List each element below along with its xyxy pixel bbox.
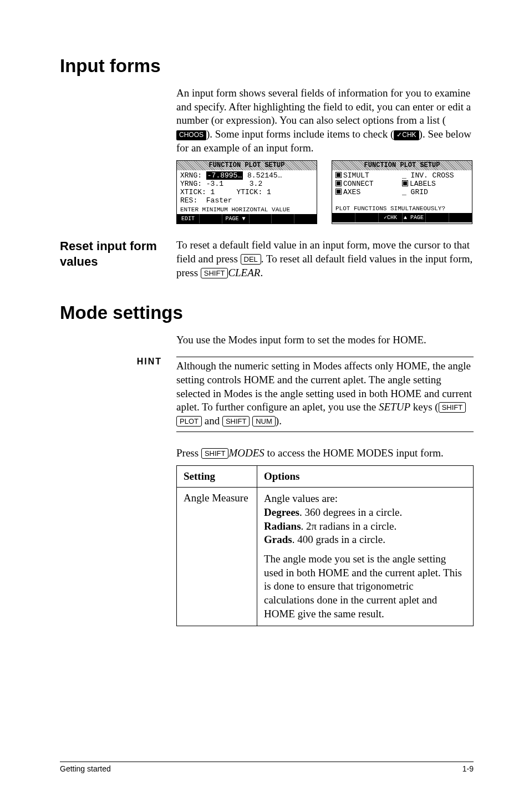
press-text: to access the HOME MODES input form.	[264, 447, 444, 459]
lcd2-prompt: PLOT FUNCTIONS SIMULTANEOUSLY?	[332, 205, 472, 213]
key-modes: MODES	[228, 447, 264, 459]
key-plot: PLOT	[176, 416, 202, 427]
options-table: Setting Options Angle Measure Angle valu…	[176, 465, 474, 626]
lcd2-invcross-check: _	[402, 171, 411, 180]
footer-section: Getting started	[60, 764, 111, 773]
lcd1-xrng-label: XRNG:	[180, 171, 206, 180]
lcd2-grid-check: _	[402, 188, 411, 196]
press-modes: Press SHIFTMODES to access the HOME MODE…	[176, 446, 474, 460]
lcd1-xrng-max: 8.52145…	[243, 171, 282, 180]
lcd2-axes-check	[335, 188, 343, 196]
lcd2-sk-page: ▲ PAGE	[403, 213, 426, 222]
lcd2-softkeys: ✓CHK ▲ PAGE	[332, 213, 472, 222]
lcd1-title: FUNCTION PLOT SETUP	[177, 161, 317, 170]
lcd1-res: RES: Faster	[180, 196, 313, 205]
key-del: DEL	[241, 254, 261, 265]
opt-degrees: Degrees	[264, 506, 299, 518]
lcd1-sk-blank	[294, 214, 317, 224]
lcd1-prompt: ENTER MINIMUM HORIZONTAL VALUE	[177, 206, 317, 214]
softkey-chk: ✓CHK	[394, 130, 419, 140]
lcd2-invcross: INV. CROSS	[411, 171, 454, 180]
td-options-angle: Angle values are: Degrees. 360 degrees i…	[257, 488, 474, 626]
key-shift: SHIFT	[201, 448, 229, 459]
opt-degrees-text: . 360 degrees in a circle.	[299, 506, 402, 518]
hint-box: Although the numeric setting in Modes af…	[176, 357, 474, 432]
hint-text: ).	[276, 415, 282, 427]
hint-label: HINT	[60, 357, 172, 367]
key-clear: CLEAR	[228, 267, 260, 278]
td-setting-angle: Angle Measure	[177, 488, 257, 626]
lcd2-sk-blank	[449, 213, 472, 222]
press-text: Press	[176, 447, 201, 459]
intro-paragraph: An input form shows several fields of in…	[176, 87, 474, 155]
heading-reset-input: Reset input form values	[60, 238, 172, 269]
lcd1-xrng-min: -7.8995…	[206, 171, 243, 180]
lcd2-title: FUNCTION PLOT SETUP	[332, 161, 472, 170]
heading-mode-settings: Mode settings	[60, 302, 474, 323]
lcd1-softkeys: EDIT PAGE ▼	[177, 214, 317, 224]
mode-intro: You use the Modes input form to set the …	[176, 333, 474, 347]
lcd-plot-setup-page1: FUNCTION PLOT SETUP XRNG: -7.8995… 8.521…	[176, 160, 317, 224]
lcd1-sk-edit: EDIT	[177, 214, 200, 224]
lcd1-yrng: YRNG: -3.1 3.2	[180, 180, 313, 188]
key-shift: SHIFT	[439, 402, 466, 413]
lcd-plot-setup-page2: FUNCTION PLOT SETUP SIMULT CONNECT AXES …	[332, 160, 472, 224]
lcd1-sk-blank	[272, 214, 294, 224]
reset-text: .	[260, 267, 263, 278]
key-num: NUM	[252, 416, 276, 427]
key-shift: SHIFT	[201, 268, 228, 278]
softkey-choos: CHOOS	[176, 130, 206, 140]
lcd2-grid: GRID	[411, 188, 428, 196]
lcd1-ticks: XTICK: 1 YTICK: 1	[180, 188, 313, 196]
opt-grads: Grads	[264, 534, 292, 545]
hint-and: and	[202, 415, 222, 427]
opt-grads-text: . 400 grads in a circle.	[292, 534, 385, 545]
lcd2-labels-check	[402, 180, 410, 188]
opt-radians-text: . 2π radians in a circle.	[301, 520, 397, 532]
th-options: Options	[257, 466, 474, 488]
lcd2-sk-blank	[426, 213, 449, 222]
lcd2-connect: CONNECT	[343, 180, 374, 188]
lcd2-labels: LABELS	[410, 180, 436, 188]
lcd1-sk-page: PAGE ▼	[222, 214, 250, 224]
opt-lead: Angle values are:	[264, 493, 338, 504]
opt-radians: Radians	[264, 520, 301, 532]
th-setting: Setting	[177, 466, 257, 488]
lcd2-sk-blank	[355, 213, 379, 222]
footer-page: 1-9	[462, 764, 474, 773]
key-shift: SHIFT	[222, 416, 250, 427]
lcd2-connect-check	[335, 180, 343, 188]
lcd2-sk-blank	[332, 213, 355, 222]
intro-text: ). Some input forms include items to che…	[206, 128, 394, 140]
lcd2-simult: SIMULT	[343, 171, 369, 180]
reset-paragraph: To reset a default field value in an inp…	[176, 238, 474, 280]
lcd1-sk-blank	[200, 214, 222, 224]
hint-text: keys (	[410, 401, 439, 413]
lcd-screenshots: FUNCTION PLOT SETUP XRNG: -7.8995… 8.521…	[176, 160, 474, 224]
intro-text: An input form shows several fields of in…	[176, 87, 471, 126]
opt-paragraph: The angle mode you set is the angle sett…	[264, 552, 466, 621]
heading-input-forms: Input forms	[60, 55, 474, 77]
lcd2-sk-chk: ✓CHK	[379, 213, 402, 222]
lcd2-axes: AXES	[343, 188, 360, 196]
lcd2-simult-check	[335, 171, 343, 180]
lcd1-sk-blank	[250, 214, 272, 224]
hint-setup: SETUP	[379, 401, 410, 413]
